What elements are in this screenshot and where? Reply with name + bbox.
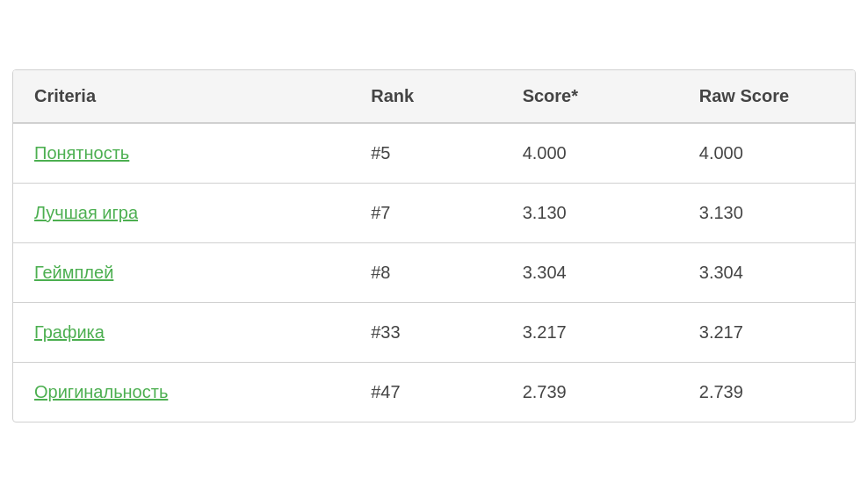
criteria-link[interactable]: Графика [34,322,105,342]
cell-rank: #5 [350,123,501,184]
cell-criteria[interactable]: Лучшая игра [13,183,350,242]
table-row: Графика#333.2173.217 [13,302,855,362]
table-row: Понятность#54.0004.000 [13,123,855,184]
header-raw-score: Raw Score [678,70,855,123]
scores-table-container: Criteria Rank Score* Raw Score Понятност… [12,69,856,422]
cell-rank: #47 [350,362,501,422]
cell-score: 3.130 [502,183,678,242]
table-header-row: Criteria Rank Score* Raw Score [13,70,855,123]
cell-criteria[interactable]: Понятность [13,123,350,184]
header-criteria: Criteria [13,70,350,123]
cell-raw-score: 3.304 [678,242,855,302]
cell-rank: #7 [350,183,501,242]
cell-score: 2.739 [502,362,678,422]
cell-score: 3.304 [502,242,678,302]
cell-rank: #8 [350,242,501,302]
table-row: Геймплей#83.3043.304 [13,242,855,302]
criteria-link[interactable]: Лучшая игра [34,203,138,222]
cell-rank: #33 [350,302,501,362]
criteria-link[interactable]: Оригинальность [34,382,168,401]
cell-score: 3.217 [502,302,678,362]
criteria-link[interactable]: Понятность [34,143,129,162]
header-score: Score* [502,70,678,123]
cell-raw-score: 3.130 [678,183,855,242]
table-row: Лучшая игра#73.1303.130 [13,183,855,242]
table-row: Оригинальность#472.7392.739 [13,362,855,422]
header-rank: Rank [350,70,501,123]
cell-criteria[interactable]: Оригинальность [13,362,350,422]
cell-criteria[interactable]: Геймплей [13,242,350,302]
cell-score: 4.000 [502,123,678,184]
scores-table: Criteria Rank Score* Raw Score Понятност… [13,70,855,422]
cell-raw-score: 4.000 [678,123,855,184]
criteria-link[interactable]: Геймплей [34,263,113,282]
cell-raw-score: 3.217 [678,302,855,362]
cell-criteria[interactable]: Графика [13,302,350,362]
cell-raw-score: 2.739 [678,362,855,422]
